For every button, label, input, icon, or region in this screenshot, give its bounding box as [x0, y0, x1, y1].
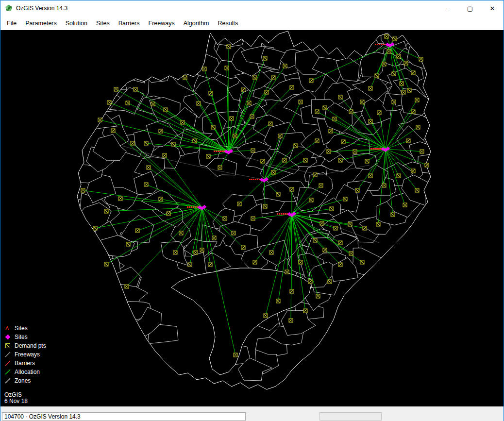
legend-label: Allocation	[15, 369, 40, 375]
maximize-button[interactable]: ▢	[459, 0, 481, 16]
zone-line-icon	[4, 377, 11, 384]
ozgis-window: OzGIS Version 14.3 – ▢ ✕ FileParametersS…	[0, 0, 504, 421]
legend-label: Sites	[15, 325, 28, 332]
legend-item-demand-point: Demand pts	[4, 341, 46, 350]
legend-label: Zones	[15, 377, 31, 384]
site-cluster-icon	[4, 334, 11, 340]
legend-item-zone-line: Zones	[4, 376, 46, 385]
status-message: 104700 - OzGIS Version 14.3	[2, 412, 246, 421]
freeway-line-icon	[4, 351, 11, 358]
menu-item-freeways[interactable]: Freeways	[144, 18, 179, 29]
status-bar: 104700 - OzGIS Version 14.3	[0, 411, 504, 421]
legend-label: Demand pts	[15, 342, 46, 349]
zones-layer	[67, 30, 445, 381]
map-footer: OzGIS 6 Nov 18	[4, 392, 28, 404]
map-footer-date: 6 Nov 18	[4, 398, 28, 404]
demand-point-icon	[4, 342, 11, 349]
legend-label: Freeways	[15, 351, 40, 358]
site-a-icon: A	[4, 325, 11, 332]
legend-item-site-a: ASites	[4, 324, 46, 333]
menu-item-file[interactable]: File	[2, 18, 21, 29]
allocation-map[interactable]	[0, 30, 504, 406]
legend-label: Barriers	[15, 360, 35, 367]
legend-item-barrier-line: Barriers	[4, 359, 46, 368]
legend-item-allocation-line: Allocation	[4, 368, 46, 376]
app-logo-icon	[5, 4, 13, 12]
legend-label: Sites	[15, 334, 28, 340]
svg-text:A: A	[5, 325, 9, 331]
barrier-line-icon	[4, 360, 11, 367]
menu-item-algorithm[interactable]: Algorithm	[179, 18, 214, 29]
window-title: OzGIS Version 14.3	[16, 5, 67, 12]
horizontal-scrollbar[interactable]	[0, 406, 504, 411]
menu-item-results[interactable]: Results	[214, 18, 243, 29]
map-canvas[interactable]: ASitesSitesDemand ptsFreewaysBarriersAll…	[0, 30, 504, 406]
status-secondary-panel	[319, 412, 382, 421]
legend-item-site-cluster: Sites	[4, 333, 46, 341]
menu-item-barriers[interactable]: Barriers	[114, 18, 144, 29]
close-button[interactable]: ✕	[481, 0, 504, 16]
menu-bar: FileParametersSolutionSitesBarriersFreew…	[0, 16, 504, 30]
menu-item-parameters[interactable]: Parameters	[21, 18, 61, 29]
minimize-button[interactable]: –	[437, 0, 459, 16]
menu-item-solution[interactable]: Solution	[61, 18, 92, 29]
title-bar: OzGIS Version 14.3 – ▢ ✕	[0, 0, 504, 16]
allocation-line-icon	[4, 369, 11, 375]
menu-item-sites[interactable]: Sites	[92, 18, 114, 29]
legend-item-freeway-line: Freeways	[4, 350, 46, 359]
map-legend: ASitesSitesDemand ptsFreewaysBarriersAll…	[4, 324, 46, 385]
